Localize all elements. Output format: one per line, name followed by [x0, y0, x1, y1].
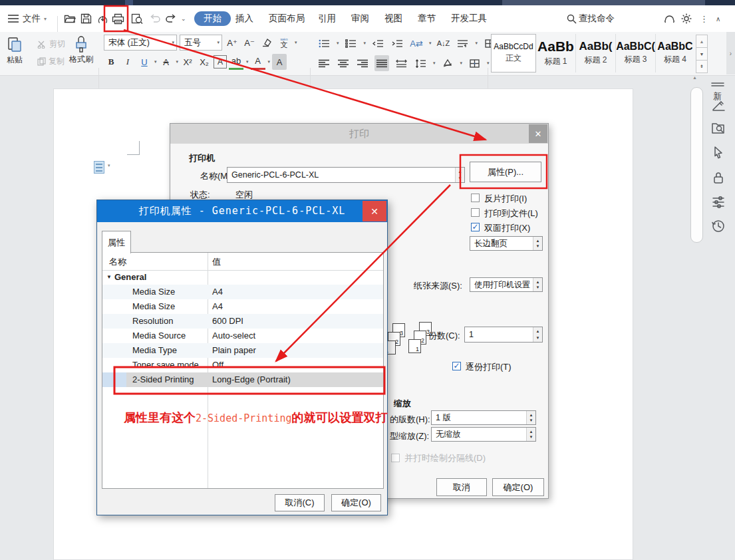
duplex-mode-select[interactable]: 长边翻页 ▲▼ [470, 236, 543, 251]
mirror-print-checkbox[interactable] [471, 194, 480, 202]
collapse-triangle-icon[interactable]: ▼ [106, 274, 112, 280]
tab-references[interactable]: 引用 [315, 11, 339, 26]
show-marks-drop-icon[interactable]: ▾ [476, 41, 478, 46]
printer-name-select[interactable]: Generic-PCL-6-PCL-XL ▲▼ [227, 167, 465, 183]
table-row[interactable]: Media Size A4 [102, 285, 383, 299]
font-name-select[interactable]: 宋体 (正文)▾ [104, 35, 177, 51]
bold-button[interactable]: B [104, 54, 118, 70]
options-sliders-icon[interactable] [710, 194, 726, 210]
copies-input[interactable]: 1 ▲▼ [464, 327, 543, 343]
print-dialog-close-icon[interactable]: ✕ [529, 124, 547, 143]
table-row[interactable]: Media Source Auto-select [102, 329, 383, 343]
tab-view[interactable]: 视图 [382, 11, 405, 26]
vertical-scrollbar[interactable] [690, 87, 703, 243]
collate-checkbox[interactable] [452, 362, 461, 370]
props-dialog-close-icon[interactable]: ✕ [363, 201, 386, 221]
lock-icon[interactable] [710, 170, 726, 186]
bullets-button[interactable] [317, 35, 331, 51]
distribute-button[interactable] [394, 55, 408, 71]
style-normal[interactable]: AaBbCcDd 正文 [491, 34, 536, 72]
numbering-button[interactable] [344, 35, 359, 51]
strikethrough-drop-icon[interactable]: ▾ [176, 59, 179, 65]
strikethrough-button[interactable]: A [159, 54, 174, 70]
font-color-button[interactable]: A [251, 55, 265, 70]
italic-button[interactable]: I [120, 54, 135, 70]
tab-review[interactable]: 审阅 [349, 11, 372, 26]
style-scroll-up-icon[interactable]: ▲ [696, 35, 708, 48]
style-heading1[interactable]: AaBb 标题 1 [536, 34, 576, 72]
borders-button[interactable] [467, 55, 482, 71]
tab-dev-tools[interactable]: 开发工具 [448, 11, 490, 26]
paper-source-spinner[interactable]: ▲▼ [533, 278, 542, 291]
separator-line-checkbox[interactable] [391, 454, 400, 462]
scroll-up-icon[interactable]: ▲ [692, 75, 697, 80]
style-scroll-down-icon[interactable]: ▼ [696, 48, 708, 61]
print-ok-button[interactable]: 确定(O) [492, 478, 544, 496]
annotate-pen-icon[interactable] [710, 96, 726, 112]
borders-drop-icon[interactable]: ▾ [487, 61, 490, 66]
page-settings-icon[interactable] [94, 161, 104, 174]
print-cancel-button[interactable]: 取消 [436, 478, 487, 496]
highlight-drop-icon[interactable]: ▾ [246, 59, 249, 65]
decrease-font-icon[interactable]: A⁻ [242, 35, 257, 51]
paper-scale-spinner[interactable]: ▲▼ [526, 428, 535, 441]
more-options-icon[interactable]: ⋮ [700, 11, 708, 26]
font-color-drop-icon[interactable]: ▾ [268, 59, 271, 65]
collapse-ribbon-icon[interactable]: ∧ [716, 11, 720, 26]
sort-button[interactable]: A↓Z [436, 35, 451, 51]
text-direction-drop-icon[interactable]: ▾ [429, 41, 432, 46]
table-row[interactable]: Media Size A4 [102, 299, 383, 314]
line-spacing-button[interactable] [413, 55, 428, 71]
paste-button[interactable]: 粘贴 [7, 36, 23, 66]
underline-button[interactable]: U [137, 54, 152, 70]
bullets-drop-icon[interactable]: ▾ [337, 41, 339, 46]
line-spacing-drop-icon[interactable]: ▾ [433, 61, 436, 66]
tab-home[interactable]: 开始 [194, 11, 231, 26]
align-right-button[interactable] [355, 55, 370, 71]
tab-page-layout[interactable]: 页面布局 [266, 11, 307, 26]
style-gallery-expand-icon[interactable]: ⇟ [696, 61, 708, 73]
file-search-icon[interactable] [710, 120, 726, 136]
text-direction-button[interactable]: A⇄ [409, 35, 424, 51]
page-settings-drop-icon[interactable]: ▾ [108, 163, 110, 168]
show-marks-button[interactable] [456, 35, 470, 51]
open-file-icon[interactable] [64, 11, 76, 26]
highlight-color-button[interactable]: ab [229, 55, 243, 70]
tab-section[interactable]: 章节 [415, 11, 438, 26]
ribbon-expand-strip[interactable]: › [726, 32, 735, 74]
paper-source-select[interactable]: 使用打印机设置 ▲▼ [470, 277, 543, 292]
pinyin-drop-icon[interactable]: ▾ [295, 40, 297, 45]
paper-scale-select[interactable]: 无缩放 ▲▼ [431, 427, 536, 442]
print-icon[interactable] [110, 11, 125, 26]
superscript-button[interactable]: X² [180, 54, 195, 70]
pages-per-sheet-spinner[interactable]: ▲▼ [526, 411, 535, 424]
duplex-mode-spinner[interactable]: ▲▼ [533, 237, 542, 250]
style-heading4[interactable]: AaBbC 标题 4 [656, 34, 694, 72]
font-size-select[interactable]: 五号▾ [180, 35, 222, 51]
numbering-drop-icon[interactable]: ▾ [364, 41, 367, 46]
print-preview-icon[interactable] [131, 11, 143, 26]
export-pdf-icon[interactable] [97, 11, 108, 26]
align-center-button[interactable] [336, 55, 351, 71]
cut-button[interactable]: 剪切 [37, 39, 65, 50]
style-heading2[interactable]: AaBb( 标题 2 [576, 34, 616, 72]
table-row[interactable]: Toner save mode Off [102, 358, 383, 372]
search-command-field[interactable]: 查找命令 [579, 11, 615, 26]
props-ok-button[interactable]: 确定(O) [331, 494, 381, 511]
justify-button[interactable] [374, 55, 389, 71]
format-painter-button[interactable]: 格式刷 [69, 36, 93, 65]
duplex-checkbox[interactable] [471, 223, 480, 231]
main-menu-icon[interactable] [8, 11, 19, 26]
print-to-file-checkbox[interactable] [471, 208, 480, 217]
printer-properties-button[interactable]: 属性(P)... [470, 162, 541, 182]
group-row-general[interactable]: ▼ General [102, 270, 383, 285]
character-shading-button[interactable]: A [272, 54, 287, 70]
style-heading3[interactable]: AaBbC( 标题 3 [616, 34, 656, 72]
search-icon[interactable] [567, 11, 577, 26]
quick-access-more-icon[interactable]: ⌄ [181, 11, 186, 26]
shading-button[interactable] [440, 55, 455, 71]
redo-icon[interactable] [166, 11, 177, 26]
settings-gear-icon[interactable] [681, 11, 692, 26]
pinyin-guide-icon[interactable]: wén文 [277, 35, 291, 51]
props-cancel-button[interactable]: 取消(C) [275, 494, 325, 511]
